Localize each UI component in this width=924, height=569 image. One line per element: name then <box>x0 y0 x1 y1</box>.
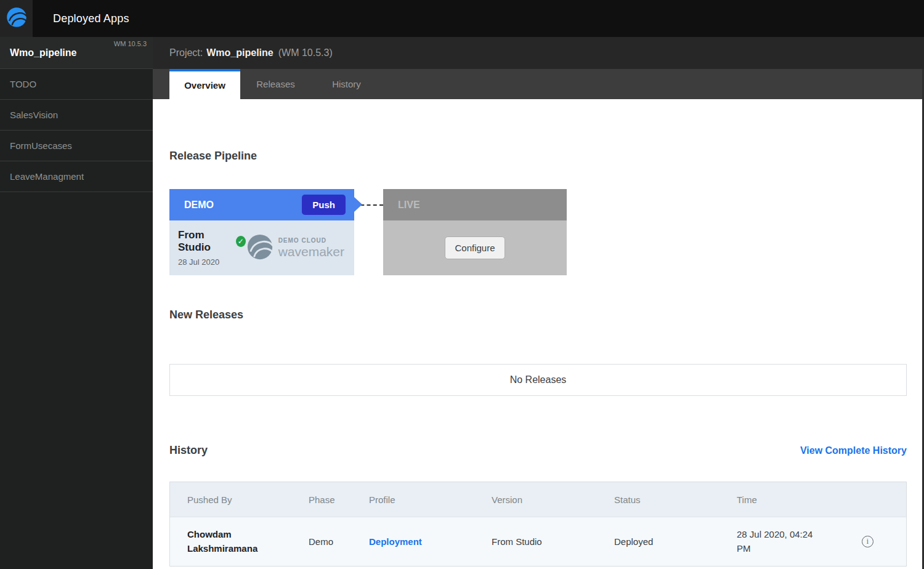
wavemaker-wave-icon <box>246 233 274 264</box>
sidebar-item-leavemanagment[interactable]: LeaveManagment <box>0 161 153 192</box>
overview-content: Release Pipeline DEMO Push From Studio ✓… <box>153 99 924 567</box>
sidebar-item-label: SalesVision <box>10 110 58 120</box>
tab-history[interactable]: History <box>311 69 382 99</box>
project-header: Project: Wmo_pipeline (WM 10.5.3) <box>153 37 924 69</box>
no-releases-box: No Releases <box>169 364 907 396</box>
history-heading-row: History View Complete History <box>169 444 907 457</box>
history-table-row: Chowdam Lakshmiramana Demo Deployment Fr… <box>170 517 906 566</box>
info-circle-icon[interactable]: i <box>862 536 873 547</box>
demo-phase-name: DEMO <box>184 200 302 211</box>
project-sidebar: WM 10.5.3 Wmo_pipeline TODO SalesVision … <box>0 37 153 569</box>
history-table: Pushed By Phase Profile Version Status T… <box>169 482 907 567</box>
sidebar-item-label: TODO <box>10 79 36 89</box>
sidebar-item-salesvision[interactable]: SalesVision <box>0 100 153 131</box>
demo-cloud-label: DEMO CLOUD <box>278 238 344 244</box>
tab-overview[interactable]: Overview <box>169 69 240 99</box>
brand-logo-box[interactable] <box>0 0 33 37</box>
project-name: Wmo_pipeline <box>206 47 273 59</box>
sidebar-item-formusecases[interactable]: FormUsecases <box>0 131 153 161</box>
sidebar-item-todo[interactable]: TODO <box>0 69 153 100</box>
pipeline-arrow-icon <box>354 197 362 212</box>
demo-card-body: From Studio ✓ 28 Jul 2020 <box>169 220 354 275</box>
cell-profile-link[interactable]: Deployment <box>369 536 492 547</box>
wavemaker-brand-label: wavemaker <box>278 245 344 258</box>
col-time: Time <box>737 494 829 505</box>
release-pipeline-heading: Release Pipeline <box>169 150 907 163</box>
project-label: Project: <box>169 47 203 59</box>
tab-bar: Overview Releases History <box>153 69 924 99</box>
check-circle-icon: ✓ <box>236 236 245 247</box>
tab-label: History <box>332 79 361 89</box>
sidebar-item-version: WM 10.5.3 <box>114 40 147 47</box>
live-phase-name: LIVE <box>398 200 420 211</box>
tab-label: Overview <box>184 80 225 91</box>
col-pushed-by: Pushed By <box>187 494 309 505</box>
col-phase: Phase <box>309 494 369 505</box>
new-releases-heading: New Releases <box>169 309 907 321</box>
live-phase-card: LIVE Configure <box>383 189 567 275</box>
sidebar-item-label: LeaveManagment <box>10 171 84 182</box>
view-complete-history-link[interactable]: View Complete History <box>800 445 907 456</box>
history-table-header: Pushed By Phase Profile Version Status T… <box>170 482 906 517</box>
main-panel: Project: Wmo_pipeline (WM 10.5.3) Overvi… <box>153 37 924 569</box>
live-card-header: LIVE <box>383 189 567 220</box>
col-status: Status <box>614 494 737 505</box>
project-version: (WM 10.5.3) <box>278 47 333 59</box>
live-card-body: Configure <box>383 220 567 275</box>
cell-time: 28 Jul 2020, 04:24 PM <box>737 528 823 555</box>
demo-phase-card: DEMO Push From Studio ✓ 28 Jul 2020 <box>169 189 354 275</box>
demo-cloud-brand: DEMO CLOUD wavemaker <box>246 233 344 264</box>
deploy-date: 28 Jul 2020 <box>178 257 246 267</box>
sidebar-item-label: Wmo_pipeline <box>10 47 76 59</box>
wavemaker-logo-icon <box>6 6 28 31</box>
cell-pushed-by: Chowdam Lakshmiramana <box>187 528 280 555</box>
cell-version: From Studio <box>492 536 614 547</box>
pipeline-row: DEMO Push From Studio ✓ 28 Jul 2020 <box>169 189 907 275</box>
col-profile: Profile <box>369 494 492 505</box>
tab-label: Releases <box>256 79 295 89</box>
deploy-source: From Studio <box>178 229 231 254</box>
no-releases-text: No Releases <box>510 374 567 385</box>
sidebar-item-wmo-pipeline[interactable]: WM 10.5.3 Wmo_pipeline <box>0 37 153 69</box>
cell-phase: Demo <box>309 536 369 547</box>
app-title: Deployed Apps <box>53 12 129 25</box>
history-heading: History <box>169 444 208 457</box>
demo-deploy-info: From Studio ✓ 28 Jul 2020 <box>178 229 246 267</box>
tab-releases[interactable]: Releases <box>240 69 311 99</box>
cell-status: Deployed <box>614 536 737 547</box>
demo-card-header: DEMO Push <box>169 189 354 220</box>
configure-button[interactable]: Configure <box>445 236 505 259</box>
col-version: Version <box>492 494 614 505</box>
push-button[interactable]: Push <box>302 195 346 215</box>
top-bar: Deployed Apps <box>0 0 924 37</box>
sidebar-item-label: FormUsecases <box>10 140 72 151</box>
